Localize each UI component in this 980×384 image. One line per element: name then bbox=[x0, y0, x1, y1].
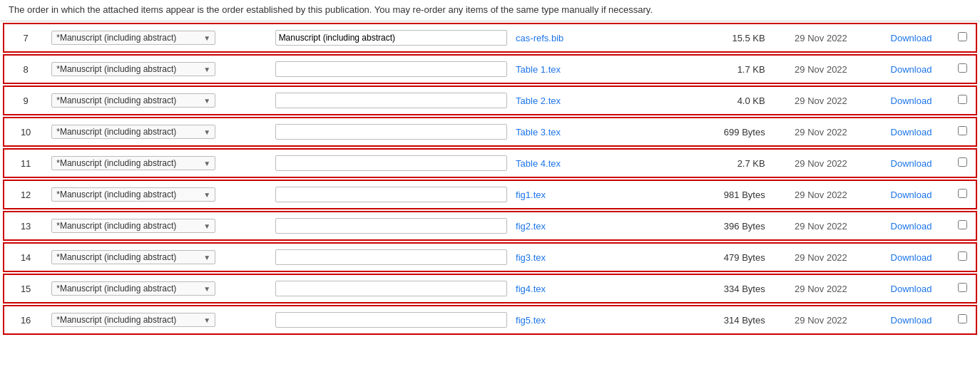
checkbox-cell bbox=[950, 56, 976, 83]
file-date: 29 Nov 2022 bbox=[770, 24, 873, 51]
download-link[interactable]: Download bbox=[891, 95, 932, 106]
filename-link[interactable]: Table 2.tex bbox=[516, 95, 561, 106]
filename-link[interactable]: fig2.tex bbox=[516, 221, 546, 232]
filename-link[interactable]: Table 3.tex bbox=[516, 127, 561, 137]
row-checkbox[interactable] bbox=[958, 314, 967, 323]
type-dropdown[interactable]: *Manuscript (including abstract)▼ bbox=[51, 93, 215, 108]
download-link[interactable]: Download bbox=[891, 127, 932, 137]
download-cell: Download bbox=[872, 118, 949, 145]
row-checkbox[interactable] bbox=[958, 126, 967, 135]
type-dropdown[interactable]: *Manuscript (including abstract)▼ bbox=[51, 219, 215, 233]
type-dropdown-label: *Manuscript (including abstract) bbox=[56, 221, 200, 231]
row-checkbox[interactable] bbox=[958, 63, 967, 73]
filename-cell: fig3.tex bbox=[511, 244, 683, 271]
description-cell bbox=[271, 56, 511, 83]
chevron-down-icon: ▼ bbox=[203, 66, 210, 73]
description-input[interactable] bbox=[275, 312, 507, 328]
file-size: 15.5 KB bbox=[683, 24, 770, 51]
description-input[interactable] bbox=[275, 249, 507, 265]
description-cell bbox=[271, 212, 511, 239]
type-dropdown[interactable]: *Manuscript (including abstract)▼ bbox=[51, 313, 215, 327]
description-input[interactable] bbox=[275, 93, 507, 108]
table-row: 11*Manuscript (including abstract)▼Table… bbox=[3, 148, 977, 178]
download-link[interactable]: Download bbox=[891, 252, 932, 263]
type-cell: *Manuscript (including abstract)▼ bbox=[47, 56, 270, 83]
table-row: 7*Manuscript (including abstract)▼cas-re… bbox=[3, 23, 977, 53]
checkbox-cell bbox=[950, 212, 976, 239]
file-date: 29 Nov 2022 bbox=[770, 275, 873, 302]
download-link[interactable]: Download bbox=[891, 158, 932, 169]
download-link[interactable]: Download bbox=[891, 64, 932, 75]
download-link[interactable]: Download bbox=[891, 190, 932, 200]
filename-cell: fig5.tex bbox=[511, 306, 683, 333]
file-date: 29 Nov 2022 bbox=[770, 244, 873, 271]
type-cell: *Manuscript (including abstract)▼ bbox=[47, 306, 270, 333]
file-size: 699 Bytes bbox=[683, 118, 770, 145]
type-dropdown[interactable]: *Manuscript (including abstract)▼ bbox=[51, 250, 215, 264]
type-dropdown-label: *Manuscript (including abstract) bbox=[56, 158, 200, 168]
file-date: 29 Nov 2022 bbox=[770, 56, 873, 83]
description-input[interactable] bbox=[275, 124, 507, 140]
description-input[interactable] bbox=[275, 281, 507, 296]
description-cell bbox=[271, 87, 511, 114]
download-cell: Download bbox=[872, 24, 949, 51]
table-row: 8*Manuscript (including abstract)▼Table … bbox=[3, 54, 977, 84]
file-size: 981 Bytes bbox=[683, 181, 770, 208]
filename-cell: Table 4.tex bbox=[511, 150, 683, 177]
download-link[interactable]: Download bbox=[891, 221, 932, 232]
type-dropdown[interactable]: *Manuscript (including abstract)▼ bbox=[51, 31, 215, 45]
description-input[interactable] bbox=[275, 61, 507, 77]
row-checkbox[interactable] bbox=[958, 157, 967, 167]
filename-link[interactable]: fig3.tex bbox=[516, 252, 546, 263]
filename-link[interactable]: fig4.tex bbox=[516, 284, 546, 294]
filename-cell: Table 3.tex bbox=[511, 118, 683, 145]
type-cell: *Manuscript (including abstract)▼ bbox=[47, 118, 270, 145]
row-checkbox[interactable] bbox=[958, 220, 967, 229]
filename-link[interactable]: Table 1.tex bbox=[516, 64, 561, 75]
row-number: 15 bbox=[4, 275, 47, 302]
file-date: 29 Nov 2022 bbox=[770, 87, 873, 114]
file-date: 29 Nov 2022 bbox=[770, 212, 873, 239]
download-cell: Download bbox=[872, 244, 949, 271]
description-input[interactable] bbox=[275, 155, 507, 171]
download-link[interactable]: Download bbox=[891, 33, 932, 43]
download-cell: Download bbox=[872, 181, 949, 208]
description-input[interactable] bbox=[275, 30, 507, 46]
row-checkbox[interactable] bbox=[958, 283, 967, 292]
download-link[interactable]: Download bbox=[891, 315, 932, 326]
description-input[interactable] bbox=[275, 218, 507, 234]
table-row: 12*Manuscript (including abstract)▼fig1.… bbox=[3, 180, 977, 209]
row-checkbox[interactable] bbox=[958, 95, 967, 104]
row-checkbox[interactable] bbox=[958, 251, 967, 261]
file-size: 396 Bytes bbox=[683, 212, 770, 239]
table-row: 16*Manuscript (including abstract)▼fig5.… bbox=[3, 305, 977, 335]
download-cell: Download bbox=[872, 212, 949, 239]
filename-link[interactable]: cas-refs.bib bbox=[516, 33, 563, 43]
type-dropdown[interactable]: *Manuscript (including abstract)▼ bbox=[51, 125, 215, 139]
table-row: 15*Manuscript (including abstract)▼fig4.… bbox=[3, 274, 977, 303]
type-dropdown[interactable]: *Manuscript (including abstract)▼ bbox=[51, 281, 215, 296]
download-cell: Download bbox=[872, 306, 949, 333]
type-dropdown-label: *Manuscript (including abstract) bbox=[56, 190, 200, 199]
checkbox-cell bbox=[950, 306, 976, 333]
table-row: 9*Manuscript (including abstract)▼Table … bbox=[3, 85, 977, 115]
row-checkbox[interactable] bbox=[958, 189, 967, 198]
description-input[interactable] bbox=[275, 187, 507, 202]
type-dropdown-label: *Manuscript (including abstract) bbox=[56, 33, 200, 43]
type-dropdown[interactable]: *Manuscript (including abstract)▼ bbox=[51, 62, 215, 76]
download-cell: Download bbox=[872, 275, 949, 302]
row-number: 7 bbox=[4, 24, 47, 51]
filename-link[interactable]: fig5.tex bbox=[516, 315, 546, 326]
download-link[interactable]: Download bbox=[891, 284, 932, 294]
description-cell bbox=[271, 181, 511, 208]
type-dropdown[interactable]: *Manuscript (including abstract)▼ bbox=[51, 187, 215, 202]
checkbox-cell bbox=[950, 275, 976, 302]
table-container[interactable]: 7*Manuscript (including abstract)▼cas-re… bbox=[0, 21, 980, 336]
row-checkbox[interactable] bbox=[958, 32, 967, 41]
type-cell: *Manuscript (including abstract)▼ bbox=[47, 24, 270, 51]
type-dropdown[interactable]: *Manuscript (including abstract)▼ bbox=[51, 156, 215, 170]
filename-link[interactable]: Table 4.tex bbox=[516, 158, 561, 169]
chevron-down-icon: ▼ bbox=[203, 128, 210, 136]
chevron-down-icon: ▼ bbox=[203, 254, 210, 261]
filename-link[interactable]: fig1.tex bbox=[516, 190, 546, 200]
